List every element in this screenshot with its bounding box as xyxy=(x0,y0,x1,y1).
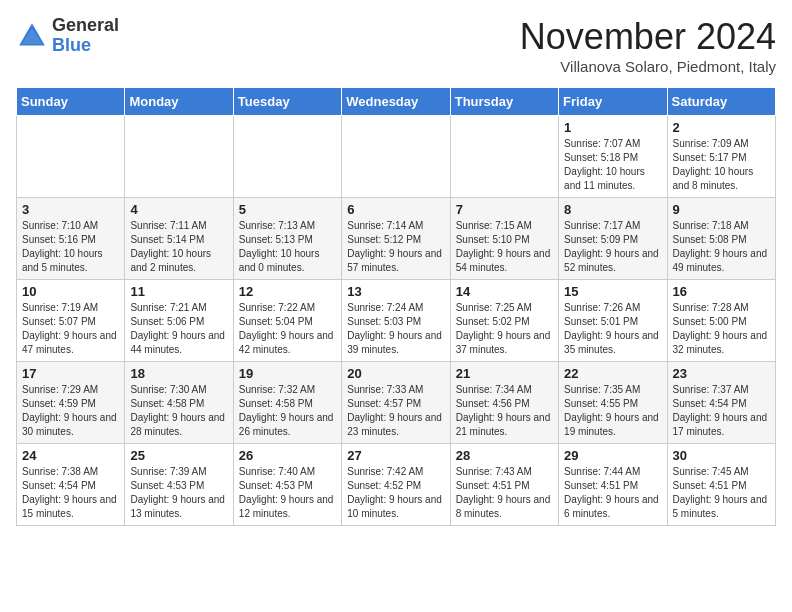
calendar-day-cell: 1Sunrise: 7:07 AM Sunset: 5:18 PM Daylig… xyxy=(559,116,667,198)
calendar-week-row: 24Sunrise: 7:38 AM Sunset: 4:54 PM Dayli… xyxy=(17,444,776,526)
day-number: 5 xyxy=(239,202,336,217)
calendar-day-cell: 12Sunrise: 7:22 AM Sunset: 5:04 PM Dayli… xyxy=(233,280,341,362)
calendar-day-cell: 17Sunrise: 7:29 AM Sunset: 4:59 PM Dayli… xyxy=(17,362,125,444)
calendar-day-cell: 29Sunrise: 7:44 AM Sunset: 4:51 PM Dayli… xyxy=(559,444,667,526)
calendar-table: SundayMondayTuesdayWednesdayThursdayFrid… xyxy=(16,87,776,526)
day-info: Sunrise: 7:33 AM Sunset: 4:57 PM Dayligh… xyxy=(347,383,444,439)
day-number: 22 xyxy=(564,366,661,381)
calendar-day-cell: 19Sunrise: 7:32 AM Sunset: 4:58 PM Dayli… xyxy=(233,362,341,444)
day-number: 13 xyxy=(347,284,444,299)
title-area: November 2024 Villanova Solaro, Piedmont… xyxy=(520,16,776,75)
day-number: 6 xyxy=(347,202,444,217)
calendar-day-cell: 5Sunrise: 7:13 AM Sunset: 5:13 PM Daylig… xyxy=(233,198,341,280)
day-info: Sunrise: 7:42 AM Sunset: 4:52 PM Dayligh… xyxy=(347,465,444,521)
day-info: Sunrise: 7:29 AM Sunset: 4:59 PM Dayligh… xyxy=(22,383,119,439)
calendar-day-cell: 28Sunrise: 7:43 AM Sunset: 4:51 PM Dayli… xyxy=(450,444,558,526)
day-number: 8 xyxy=(564,202,661,217)
day-info: Sunrise: 7:32 AM Sunset: 4:58 PM Dayligh… xyxy=(239,383,336,439)
day-number: 27 xyxy=(347,448,444,463)
calendar-day-cell: 6Sunrise: 7:14 AM Sunset: 5:12 PM Daylig… xyxy=(342,198,450,280)
day-info: Sunrise: 7:09 AM Sunset: 5:17 PM Dayligh… xyxy=(673,137,770,193)
calendar-day-cell: 21Sunrise: 7:34 AM Sunset: 4:56 PM Dayli… xyxy=(450,362,558,444)
day-info: Sunrise: 7:17 AM Sunset: 5:09 PM Dayligh… xyxy=(564,219,661,275)
day-number: 9 xyxy=(673,202,770,217)
day-info: Sunrise: 7:25 AM Sunset: 5:02 PM Dayligh… xyxy=(456,301,553,357)
logo-icon xyxy=(16,20,48,52)
day-of-week-header: Sunday xyxy=(17,88,125,116)
calendar-week-row: 17Sunrise: 7:29 AM Sunset: 4:59 PM Dayli… xyxy=(17,362,776,444)
day-info: Sunrise: 7:39 AM Sunset: 4:53 PM Dayligh… xyxy=(130,465,227,521)
month-title: November 2024 xyxy=(520,16,776,58)
day-number: 15 xyxy=(564,284,661,299)
calendar-day-cell: 14Sunrise: 7:25 AM Sunset: 5:02 PM Dayli… xyxy=(450,280,558,362)
calendar-day-cell xyxy=(342,116,450,198)
day-of-week-header: Friday xyxy=(559,88,667,116)
day-info: Sunrise: 7:18 AM Sunset: 5:08 PM Dayligh… xyxy=(673,219,770,275)
day-number: 18 xyxy=(130,366,227,381)
day-number: 24 xyxy=(22,448,119,463)
logo: General Blue xyxy=(16,16,119,56)
day-info: Sunrise: 7:24 AM Sunset: 5:03 PM Dayligh… xyxy=(347,301,444,357)
day-info: Sunrise: 7:13 AM Sunset: 5:13 PM Dayligh… xyxy=(239,219,336,275)
calendar-day-cell xyxy=(17,116,125,198)
day-info: Sunrise: 7:22 AM Sunset: 5:04 PM Dayligh… xyxy=(239,301,336,357)
calendar-day-cell xyxy=(233,116,341,198)
calendar-day-cell: 8Sunrise: 7:17 AM Sunset: 5:09 PM Daylig… xyxy=(559,198,667,280)
calendar-day-cell: 13Sunrise: 7:24 AM Sunset: 5:03 PM Dayli… xyxy=(342,280,450,362)
calendar-day-cell: 10Sunrise: 7:19 AM Sunset: 5:07 PM Dayli… xyxy=(17,280,125,362)
day-info: Sunrise: 7:15 AM Sunset: 5:10 PM Dayligh… xyxy=(456,219,553,275)
day-info: Sunrise: 7:26 AM Sunset: 5:01 PM Dayligh… xyxy=(564,301,661,357)
calendar-day-cell: 27Sunrise: 7:42 AM Sunset: 4:52 PM Dayli… xyxy=(342,444,450,526)
day-number: 10 xyxy=(22,284,119,299)
calendar-day-cell: 16Sunrise: 7:28 AM Sunset: 5:00 PM Dayli… xyxy=(667,280,775,362)
day-of-week-header: Thursday xyxy=(450,88,558,116)
day-number: 19 xyxy=(239,366,336,381)
day-number: 7 xyxy=(456,202,553,217)
day-info: Sunrise: 7:07 AM Sunset: 5:18 PM Dayligh… xyxy=(564,137,661,193)
day-number: 1 xyxy=(564,120,661,135)
calendar-day-cell: 15Sunrise: 7:26 AM Sunset: 5:01 PM Dayli… xyxy=(559,280,667,362)
calendar-day-cell: 26Sunrise: 7:40 AM Sunset: 4:53 PM Dayli… xyxy=(233,444,341,526)
day-number: 25 xyxy=(130,448,227,463)
day-number: 3 xyxy=(22,202,119,217)
calendar-day-cell: 4Sunrise: 7:11 AM Sunset: 5:14 PM Daylig… xyxy=(125,198,233,280)
day-number: 29 xyxy=(564,448,661,463)
calendar-day-cell: 23Sunrise: 7:37 AM Sunset: 4:54 PM Dayli… xyxy=(667,362,775,444)
day-info: Sunrise: 7:40 AM Sunset: 4:53 PM Dayligh… xyxy=(239,465,336,521)
logo-blue: Blue xyxy=(52,35,91,55)
calendar-day-cell: 2Sunrise: 7:09 AM Sunset: 5:17 PM Daylig… xyxy=(667,116,775,198)
day-number: 4 xyxy=(130,202,227,217)
logo-text: General Blue xyxy=(52,16,119,56)
day-number: 16 xyxy=(673,284,770,299)
day-of-week-header: Tuesday xyxy=(233,88,341,116)
calendar-week-row: 10Sunrise: 7:19 AM Sunset: 5:07 PM Dayli… xyxy=(17,280,776,362)
calendar-day-cell: 18Sunrise: 7:30 AM Sunset: 4:58 PM Dayli… xyxy=(125,362,233,444)
day-number: 17 xyxy=(22,366,119,381)
calendar-day-cell: 3Sunrise: 7:10 AM Sunset: 5:16 PM Daylig… xyxy=(17,198,125,280)
page-header: General Blue November 2024 Villanova Sol… xyxy=(16,16,776,75)
day-info: Sunrise: 7:10 AM Sunset: 5:16 PM Dayligh… xyxy=(22,219,119,275)
calendar-day-cell: 25Sunrise: 7:39 AM Sunset: 4:53 PM Dayli… xyxy=(125,444,233,526)
day-number: 30 xyxy=(673,448,770,463)
day-number: 26 xyxy=(239,448,336,463)
day-info: Sunrise: 7:35 AM Sunset: 4:55 PM Dayligh… xyxy=(564,383,661,439)
day-info: Sunrise: 7:11 AM Sunset: 5:14 PM Dayligh… xyxy=(130,219,227,275)
day-info: Sunrise: 7:37 AM Sunset: 4:54 PM Dayligh… xyxy=(673,383,770,439)
day-info: Sunrise: 7:19 AM Sunset: 5:07 PM Dayligh… xyxy=(22,301,119,357)
calendar-day-cell: 22Sunrise: 7:35 AM Sunset: 4:55 PM Dayli… xyxy=(559,362,667,444)
day-info: Sunrise: 7:28 AM Sunset: 5:00 PM Dayligh… xyxy=(673,301,770,357)
calendar-day-cell: 9Sunrise: 7:18 AM Sunset: 5:08 PM Daylig… xyxy=(667,198,775,280)
day-number: 21 xyxy=(456,366,553,381)
day-number: 20 xyxy=(347,366,444,381)
calendar-day-cell xyxy=(125,116,233,198)
calendar-day-cell: 30Sunrise: 7:45 AM Sunset: 4:51 PM Dayli… xyxy=(667,444,775,526)
day-number: 14 xyxy=(456,284,553,299)
day-number: 23 xyxy=(673,366,770,381)
logo-general: General xyxy=(52,15,119,35)
calendar-day-cell: 20Sunrise: 7:33 AM Sunset: 4:57 PM Dayli… xyxy=(342,362,450,444)
day-info: Sunrise: 7:30 AM Sunset: 4:58 PM Dayligh… xyxy=(130,383,227,439)
day-of-week-header: Saturday xyxy=(667,88,775,116)
day-number: 28 xyxy=(456,448,553,463)
day-info: Sunrise: 7:44 AM Sunset: 4:51 PM Dayligh… xyxy=(564,465,661,521)
day-number: 11 xyxy=(130,284,227,299)
